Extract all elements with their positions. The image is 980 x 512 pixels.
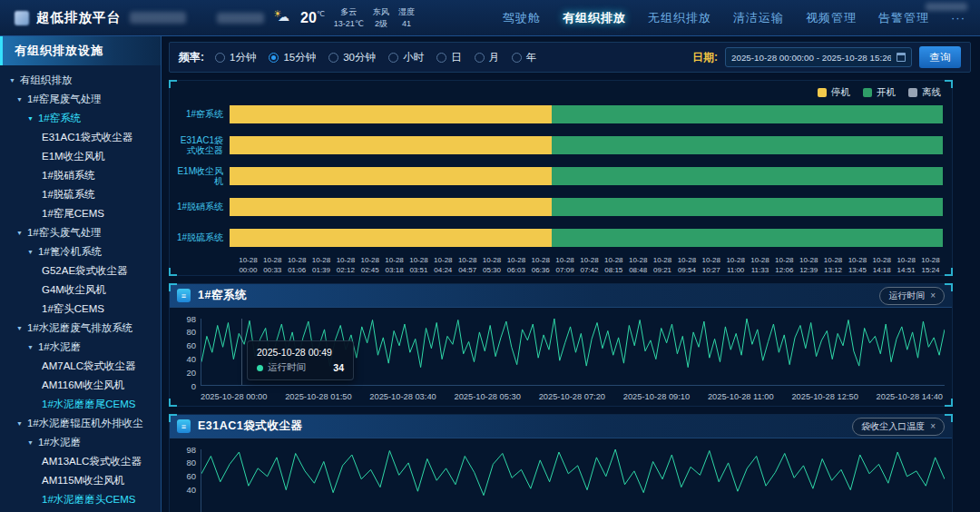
chart-panel-icon: ≡ [177,419,191,433]
panel-title: 1#窑系统 [198,288,247,303]
frequency-option-7[interactable]: 年 [512,51,537,64]
tree-item-14[interactable]: ▼1#水泥磨废气排放系统 [0,319,161,338]
frequency-option-2[interactable]: 15分钟 [269,51,316,64]
nav-item-6[interactable]: 告警管理 [878,10,929,26]
frequency-option-3[interactable]: 30分钟 [328,51,376,64]
tree-item-12[interactable]: G4M收尘风机 [0,281,161,300]
frequency-option-1[interactable]: 1分钟 [215,51,256,64]
tree-item-20[interactable]: ▼1#水泥磨 [0,433,161,452]
tree-item-11[interactable]: G52AE袋式收尘器 [0,261,161,281]
tree-item-3[interactable]: ▼1#窑系统 [0,109,161,128]
tree-item-label: G4M收尘风机 [42,283,106,297]
tick-time: 00:00 [236,266,260,276]
tree-item-23[interactable]: 1#水泥磨磨头CEMS [0,490,161,509]
tick-date: 10-28 [553,256,577,266]
tick-time: 09:54 [674,266,699,276]
tree-item-label: 1#窑头废气处理 [27,226,102,240]
tick-date: 10-28 [772,256,797,266]
tick-date: 10-28 [602,256,626,266]
tick-date: 10-28 [577,256,602,266]
expand-arrow-icon[interactable]: ▼ [27,249,34,255]
tree-item-label: G52AE袋式收尘器 [42,264,128,278]
tree-item-15[interactable]: ▼1#水泥磨 [0,338,161,357]
corner-decoration [169,80,177,88]
nav-item-5[interactable]: 视频管理 [806,10,857,26]
expand-arrow-icon[interactable]: ▼ [27,439,34,446]
tick-date: 10-28 [236,256,260,266]
weather-humidity-col: 湿度 41 [398,6,415,28]
tree-item-9[interactable]: ▼1#窑头废气处理 [0,223,161,242]
tree-item-5[interactable]: E1M收尘风机 [0,147,161,166]
tree-item-21[interactable]: AM13ALC袋式收尘器 [0,452,161,471]
tick-date: 10-28 [260,256,285,266]
expand-arrow-icon[interactable]: ▼ [27,344,34,350]
nav-item-1[interactable]: 驾驶舱 [503,10,541,26]
tree-item-19[interactable]: ▼1#水泥磨辊压机外排收尘 [0,414,161,433]
gantt-axis-tick-7: 10-2803:18 [382,256,407,276]
gantt-axis-tick-20: 10-2810:27 [699,256,723,276]
query-button[interactable]: 查询 [919,46,961,68]
gantt-row: E31AC1袋式收尘器 [173,130,943,161]
app-root: 超低排放平台 ☀☁ 20℃ 多云 13-21℃ 东风 2级 湿度 41 驾驶舱有… [0,0,980,512]
frequency-option-6[interactable]: 月 [475,51,500,64]
legend-item-2[interactable]: 开机 [863,86,896,99]
chip-close-icon[interactable]: × [930,421,936,431]
status-bar[interactable] [230,136,943,154]
tree-item-label: 有组织排放 [20,74,73,87]
x-tick-label: 2025-10-28 12:50 [791,392,858,401]
tree-item-1[interactable]: ▼有组织排放 [0,71,161,90]
main-nav: 驾驶舱有组织排放无组织排放清洁运输视频管理告警管理··· [503,10,965,26]
tree-item-17[interactable]: AM116M收尘风机 [0,376,161,395]
expand-arrow-icon[interactable]: ▼ [27,115,34,122]
radio-label: 日 [451,51,462,64]
legend-item-1[interactable]: 停机 [818,86,850,99]
line-chart [201,449,945,512]
tree-item-10[interactable]: ▼1#篦冷机系统 [0,242,161,261]
tree-item-6[interactable]: 1#脱硝系统 [0,166,161,185]
gantt-row-label: 1#窑系统 [173,109,230,120]
series-filter-chip[interactable]: 袋收尘入口温度 × [852,418,945,436]
tree-item-7[interactable]: 1#脱硫系统 [0,185,161,204]
status-bar[interactable] [230,167,943,185]
tree-item-4[interactable]: E31AC1袋式收尘器 [0,128,161,147]
calendar-icon[interactable] [897,53,906,62]
nav-item-4[interactable]: 清洁运输 [733,10,784,26]
expand-arrow-icon[interactable]: ▼ [16,96,23,103]
tree-item-16[interactable]: AM7ALC袋式收尘器 [0,357,161,376]
tree-item-label: 1#窑系统 [38,112,81,125]
tick-time: 03:18 [382,266,407,276]
frequency-option-4[interactable]: 小时 [388,51,424,64]
tick-time: 00:33 [260,266,285,276]
legend-item-3[interactable]: 离线 [908,86,941,99]
frequency-options: 1分钟15分钟30分钟小时日月年 [215,51,537,64]
running-segment [552,198,943,216]
tree-item-8[interactable]: 1#窑尾CEMS [0,204,161,223]
tree-item-22[interactable]: AM115M收尘风机 [0,471,161,490]
nav-item-7[interactable]: ··· [951,11,965,25]
tree-item-18[interactable]: 1#水泥磨磨尾CEMS [0,395,161,414]
expand-arrow-icon[interactable]: ▼ [16,230,23,236]
gantt-axis: 10-2800:0010-2800:3310-2801:0610-2801:39… [236,253,943,276]
expand-arrow-icon[interactable]: ▼ [16,325,23,331]
chip-close-icon[interactable]: × [930,290,936,300]
date-range-input[interactable]: 2025-10-28 00:00:00 - 2025-10-28 15:26:1… [725,47,912,67]
status-bar[interactable] [230,229,943,247]
nav-item-2[interactable]: 有组织排放 [563,10,626,26]
frequency-option-5[interactable]: 日 [436,51,462,64]
series-filter-chip[interactable]: 运行时间 × [879,287,945,305]
tree-item-13[interactable]: 1#窑头CEMS [0,300,161,319]
line-series [201,449,945,512]
status-bar[interactable] [230,105,943,123]
tree-item-label: AM115M收尘风机 [42,474,124,487]
status-legend: 停机开机离线 [818,86,941,99]
radio-label: 年 [526,51,537,64]
status-bar[interactable] [230,198,943,216]
tick-date: 10-28 [504,256,528,266]
nav-item-3[interactable]: 无组织排放 [648,10,711,26]
legend-label: 停机 [831,86,850,99]
weather-wind-level: 2级 [373,18,389,29]
expand-arrow-icon[interactable]: ▼ [16,420,23,427]
gantt-row: E1M收尘风机 [173,161,943,192]
expand-arrow-icon[interactable]: ▼ [9,77,15,84]
tree-item-2[interactable]: ▼1#窑尾废气处理 [0,90,161,109]
